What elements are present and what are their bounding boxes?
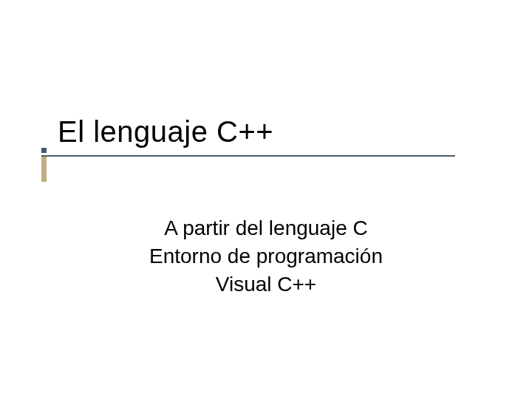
subtitle-line-3: Visual C++ xyxy=(0,270,532,299)
subtitle-line-1: A partir del lenguaje C xyxy=(0,214,532,242)
slide: El lenguaje C++ A partir del lenguaje C … xyxy=(0,0,532,399)
slide-subtitle-block: A partir del lenguaje C Entorno de progr… xyxy=(0,214,532,298)
title-accent-bar xyxy=(41,157,47,182)
title-underline-decoration xyxy=(41,155,455,157)
title-accent-square xyxy=(41,148,47,153)
slide-title: El lenguaje C++ xyxy=(58,115,273,149)
subtitle-line-2: Entorno de programación xyxy=(0,242,532,270)
